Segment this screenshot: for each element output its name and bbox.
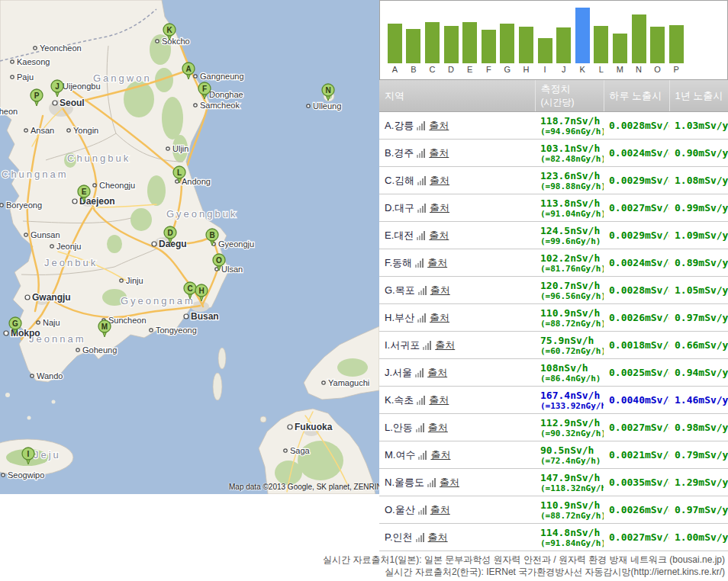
measurement-value-sub: (=91.84nGy/h) xyxy=(540,538,602,548)
mini-chart-icon[interactable] xyxy=(417,176,427,185)
chart-bar-O: O xyxy=(648,5,667,75)
mini-chart-icon[interactable] xyxy=(417,149,426,158)
region-cell: L.안동 출처 xyxy=(379,414,535,441)
small-island xyxy=(27,416,31,420)
city-label: Uijeongbu xyxy=(63,82,101,91)
mini-chart-icon[interactable] xyxy=(418,506,427,515)
region-label: M.여수 xyxy=(385,448,415,462)
tsushima-north xyxy=(218,348,226,369)
table-row: G.목포 출처 120.7nSv/h (=96.56nGy/h) 0.0028m… xyxy=(379,277,728,304)
source-link[interactable]: 출처 xyxy=(430,503,450,517)
bar xyxy=(388,24,402,63)
region-label: L.안동 xyxy=(385,421,413,435)
chart-bar-label: D xyxy=(442,65,461,75)
mini-chart-icon[interactable] xyxy=(423,341,432,350)
mini-chart-icon[interactable] xyxy=(417,396,426,405)
city-label: Gangneung xyxy=(200,72,244,81)
daily-exposure-cell: 0.0029mSv/d xyxy=(604,167,669,194)
mini-chart-icon[interactable] xyxy=(417,121,426,130)
source-link[interactable]: 출처 xyxy=(430,284,450,297)
city-dot xyxy=(156,40,159,43)
city-dot xyxy=(31,374,34,377)
chart-bar-N: N xyxy=(630,5,649,75)
source-link[interactable]: 출처 xyxy=(435,339,455,352)
city-label: Ansan xyxy=(31,126,54,135)
measurement-value: 108nSv/h xyxy=(540,362,602,374)
korea-map-svg: GangwonChungbukChungnamGyeongbukJeonbukG… xyxy=(0,0,379,494)
city-label: Gwangju xyxy=(32,292,71,303)
table-header-row: 지역 측정치 (시간당) 하루 노출시 1년 노출시 xyxy=(379,80,728,112)
city-dot xyxy=(166,147,169,150)
table-row: L.안동 출처 112.9nSv/h (=90.32nGy/h) 0.0027m… xyxy=(379,414,728,441)
source-link[interactable]: 출처 xyxy=(427,256,447,270)
source-link[interactable]: 출처 xyxy=(428,421,448,435)
source-link[interactable]: 출처 xyxy=(429,119,449,133)
bar xyxy=(519,27,533,63)
bar xyxy=(482,30,496,63)
city-label: Naju xyxy=(43,318,60,327)
measurement-cell: 110.9nSv/h (=88.72nGy/h) xyxy=(535,304,604,332)
marker-letter: O xyxy=(216,256,222,265)
region-cell: C.김해 출처 xyxy=(379,167,535,194)
city-label: Jeonju xyxy=(56,242,81,251)
bar xyxy=(669,25,684,63)
source-link[interactable]: 출처 xyxy=(430,174,449,188)
header-region: 지역 xyxy=(379,80,535,112)
daily-exposure-cell: 0.0029mSv/d xyxy=(604,222,669,249)
source-link[interactable]: 출처 xyxy=(427,366,447,380)
source-link[interactable]: 출처 xyxy=(429,146,449,160)
chart-bar-label: G xyxy=(498,65,517,75)
mini-chart-icon[interactable] xyxy=(417,231,426,240)
city-label: Jinju xyxy=(126,276,143,285)
mini-chart-icon[interactable] xyxy=(415,368,424,377)
bar xyxy=(575,8,590,63)
map[interactable]: GangwonChungbukChungnamGyeongbukJeonbukG… xyxy=(0,0,379,494)
measurement-value: 113.8nSv/h xyxy=(540,197,602,209)
source-link[interactable]: 출처 xyxy=(429,393,449,407)
city-dot xyxy=(288,425,292,429)
measurement-cell: 75.9nSv/h (=60.72nGy/h) xyxy=(535,332,604,359)
city-dot xyxy=(25,295,30,300)
source-link[interactable]: 출처 xyxy=(430,448,450,462)
mini-chart-icon[interactable] xyxy=(418,286,427,295)
measurement-value-sub: (=88.72nGy/h) xyxy=(540,511,602,521)
bar xyxy=(650,27,665,63)
bar xyxy=(500,24,514,63)
marker-letter: E xyxy=(82,188,87,196)
chart-bar-L: L xyxy=(592,5,611,75)
region-cell: J.서울 출처 xyxy=(379,359,535,387)
measurement-cell: 110.9nSv/h (=88.72nGy/h) xyxy=(535,496,604,524)
source-link[interactable]: 출처 xyxy=(430,201,449,215)
city-dot xyxy=(4,331,8,335)
source-link[interactable]: 출처 xyxy=(430,311,449,325)
mini-chart-icon[interactable] xyxy=(427,478,436,487)
source-line-japan: 실시간 자료출처1(일본): 일본 문부과학성 원자력 안전과 / 원자력 환경… xyxy=(0,554,725,566)
chart-bar-C: C xyxy=(423,5,442,75)
region-cell: D.대구 출처 xyxy=(379,194,535,222)
mini-chart-icon[interactable] xyxy=(415,258,424,268)
chart-bar-label: A xyxy=(385,65,404,75)
mini-chart-icon[interactable] xyxy=(418,451,427,460)
data-sources-footer: 실시간 자료출처1(일본): 일본 문부과학성 원자력 안전과 / 원자력 환경… xyxy=(0,554,725,578)
yearly-exposure-cell: 1.29mSv/y xyxy=(669,469,728,496)
region-cell: E.대전 출처 xyxy=(379,222,535,249)
region-cell: P.인천 출처 xyxy=(379,524,535,551)
source-link[interactable]: 출처 xyxy=(440,476,459,490)
measurement-cell: 118.7nSv/h (=94.96nGy/h) xyxy=(535,112,604,140)
city-dot xyxy=(194,75,197,78)
measurement-cell: 114.8nSv/h (=91.84nGy/h) xyxy=(535,524,604,551)
source-link[interactable]: 출처 xyxy=(429,229,449,242)
source-link[interactable]: 출처 xyxy=(428,531,448,544)
daily-exposure-cell: 0.0027mSv/d xyxy=(604,194,669,222)
table-row: O.울산 출처 110.9nSv/h (=88.72nGy/h) 0.0026m… xyxy=(379,496,728,524)
mini-chart-icon[interactable] xyxy=(416,533,425,542)
marker-letter: P xyxy=(34,91,40,100)
region-cell: N.울릉도 출처 xyxy=(379,469,535,496)
bar xyxy=(462,22,477,63)
city-label: Sokcho xyxy=(162,37,190,46)
chart-bar-K: K xyxy=(573,5,592,75)
region-label: I.서귀포 xyxy=(385,339,420,352)
mini-chart-icon[interactable] xyxy=(417,313,427,323)
mini-chart-icon[interactable] xyxy=(417,204,427,213)
mini-chart-icon[interactable] xyxy=(416,423,425,432)
